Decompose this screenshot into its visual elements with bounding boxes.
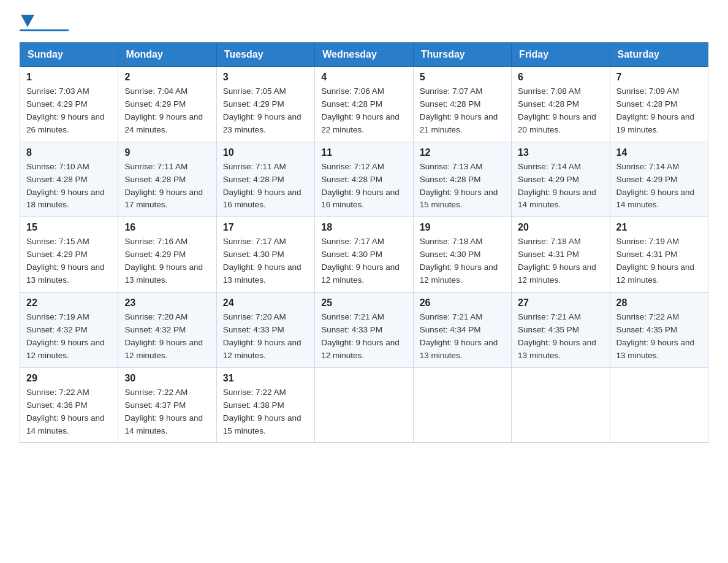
- daylight-label: Daylight: 9 hours and 19 minutes.: [616, 112, 695, 134]
- sunrise-label: Sunrise: 7:19 AM: [26, 312, 89, 321]
- sunrise-label: Sunrise: 7:22 AM: [223, 388, 286, 397]
- weekday-header-monday: Monday: [118, 43, 216, 67]
- daylight-label: Daylight: 9 hours and 20 minutes.: [518, 112, 596, 134]
- day-number: 18: [321, 222, 406, 233]
- sunset-label: Sunset: 4:29 PM: [124, 99, 186, 109]
- daylight-label: Daylight: 9 hours and 14 minutes.: [26, 413, 105, 435]
- sunrise-label: Sunrise: 7:07 AM: [420, 86, 483, 96]
- sunset-label: Sunset: 4:29 PM: [26, 250, 88, 259]
- sunrise-label: Sunrise: 7:11 AM: [223, 162, 286, 171]
- sunrise-label: Sunrise: 7:20 AM: [124, 312, 188, 321]
- day-info: Sunrise: 7:11 AMSunset: 4:28 PMDaylight:…: [223, 161, 308, 212]
- sunset-label: Sunset: 4:30 PM: [420, 250, 481, 259]
- weekday-header-wednesday: Wednesday: [315, 43, 413, 67]
- daylight-label: Daylight: 9 hours and 12 minutes.: [321, 338, 400, 360]
- sunrise-label: Sunrise: 7:18 AM: [518, 237, 581, 246]
- daylight-label: Daylight: 9 hours and 16 minutes.: [321, 188, 400, 210]
- day-number: 30: [124, 373, 210, 384]
- day-info: Sunrise: 7:14 AMSunset: 4:29 PMDaylight:…: [616, 161, 702, 212]
- calendar-cell: 3Sunrise: 7:05 AMSunset: 4:29 PMDaylight…: [216, 67, 314, 142]
- day-number: 10: [223, 147, 308, 158]
- sunrise-label: Sunrise: 7:03 AM: [26, 86, 89, 96]
- calendar-cell: 30Sunrise: 7:22 AMSunset: 4:37 PMDayligh…: [118, 367, 216, 443]
- daylight-label: Daylight: 9 hours and 12 minutes.: [321, 262, 400, 285]
- daylight-label: Daylight: 9 hours and 13 minutes.: [223, 262, 301, 285]
- sunset-label: Sunset: 4:29 PM: [518, 175, 579, 184]
- daylight-label: Daylight: 9 hours and 14 minutes.: [124, 413, 203, 435]
- daylight-label: Daylight: 9 hours and 13 minutes.: [26, 262, 105, 285]
- day-info: Sunrise: 7:18 AMSunset: 4:30 PMDaylight:…: [420, 236, 505, 287]
- day-info: Sunrise: 7:22 AMSunset: 4:35 PMDaylight:…: [616, 311, 702, 362]
- week-row-2: 8Sunrise: 7:10 AMSunset: 4:28 PMDaylight…: [20, 142, 708, 217]
- logo: [20, 15, 69, 31]
- sunset-label: Sunset: 4:37 PM: [124, 400, 186, 410]
- day-info: Sunrise: 7:21 AMSunset: 4:33 PMDaylight:…: [321, 311, 406, 362]
- day-number: 15: [26, 222, 112, 233]
- daylight-label: Daylight: 9 hours and 14 minutes.: [518, 188, 596, 210]
- day-info: Sunrise: 7:17 AMSunset: 4:30 PMDaylight:…: [321, 236, 406, 287]
- sunset-label: Sunset: 4:35 PM: [616, 325, 678, 334]
- sunrise-label: Sunrise: 7:14 AM: [518, 162, 581, 171]
- day-number: 11: [321, 147, 406, 158]
- sunset-label: Sunset: 4:29 PM: [223, 99, 284, 109]
- sunset-label: Sunset: 4:28 PM: [26, 175, 88, 184]
- day-number: 29: [26, 373, 112, 384]
- day-info: Sunrise: 7:19 AMSunset: 4:32 PMDaylight:…: [26, 311, 112, 362]
- calendar-cell: 15Sunrise: 7:15 AMSunset: 4:29 PMDayligh…: [20, 217, 118, 293]
- sunrise-label: Sunrise: 7:15 AM: [26, 237, 89, 246]
- sunset-label: Sunset: 4:36 PM: [26, 400, 88, 410]
- day-info: Sunrise: 7:20 AMSunset: 4:33 PMDaylight:…: [223, 311, 308, 362]
- day-info: Sunrise: 7:08 AMSunset: 4:28 PMDaylight:…: [518, 85, 603, 137]
- day-info: Sunrise: 7:07 AMSunset: 4:28 PMDaylight:…: [420, 85, 505, 137]
- calendar-cell: 24Sunrise: 7:20 AMSunset: 4:33 PMDayligh…: [216, 293, 314, 368]
- calendar-cell: 1Sunrise: 7:03 AMSunset: 4:29 PMDaylight…: [20, 67, 118, 142]
- daylight-label: Daylight: 9 hours and 16 minutes.: [223, 188, 301, 210]
- sunset-label: Sunset: 4:34 PM: [420, 325, 481, 334]
- weekday-header-sunday: Sunday: [20, 43, 118, 67]
- calendar-cell: 4Sunrise: 7:06 AMSunset: 4:28 PMDaylight…: [315, 67, 413, 142]
- calendar-cell: 2Sunrise: 7:04 AMSunset: 4:29 PMDaylight…: [118, 67, 216, 142]
- daylight-label: Daylight: 9 hours and 13 minutes.: [518, 338, 596, 360]
- sunrise-label: Sunrise: 7:13 AM: [420, 162, 483, 171]
- sunrise-label: Sunrise: 7:21 AM: [518, 312, 581, 321]
- day-info: Sunrise: 7:05 AMSunset: 4:29 PMDaylight:…: [223, 85, 308, 137]
- day-info: Sunrise: 7:22 AMSunset: 4:38 PMDaylight:…: [223, 386, 308, 438]
- day-number: 3: [223, 72, 308, 83]
- day-info: Sunrise: 7:16 AMSunset: 4:29 PMDaylight:…: [124, 236, 210, 287]
- day-number: 1: [26, 72, 112, 83]
- day-info: Sunrise: 7:20 AMSunset: 4:32 PMDaylight:…: [124, 311, 210, 362]
- logo-triangle-icon: [21, 15, 34, 27]
- calendar-cell: 26Sunrise: 7:21 AMSunset: 4:34 PMDayligh…: [413, 293, 511, 368]
- daylight-label: Daylight: 9 hours and 12 minutes.: [616, 262, 695, 285]
- weekday-header-saturday: Saturday: [610, 43, 708, 67]
- calendar-cell: 6Sunrise: 7:08 AMSunset: 4:28 PMDaylight…: [512, 67, 610, 142]
- day-number: 25: [321, 297, 406, 308]
- sunset-label: Sunset: 4:33 PM: [321, 325, 382, 334]
- day-number: 27: [518, 297, 603, 308]
- day-info: Sunrise: 7:09 AMSunset: 4:28 PMDaylight:…: [616, 85, 702, 137]
- day-info: Sunrise: 7:12 AMSunset: 4:28 PMDaylight:…: [321, 161, 406, 212]
- sunrise-label: Sunrise: 7:22 AM: [616, 312, 680, 321]
- calendar-cell: 5Sunrise: 7:07 AMSunset: 4:28 PMDaylight…: [413, 67, 511, 142]
- daylight-label: Daylight: 9 hours and 17 minutes.: [124, 188, 203, 210]
- daylight-label: Daylight: 9 hours and 26 minutes.: [26, 112, 105, 134]
- day-number: 31: [223, 373, 308, 384]
- day-info: Sunrise: 7:10 AMSunset: 4:28 PMDaylight:…: [26, 161, 112, 212]
- sunrise-label: Sunrise: 7:10 AM: [26, 162, 89, 171]
- day-number: 7: [616, 72, 702, 83]
- calendar-cell: 8Sunrise: 7:10 AMSunset: 4:28 PMDaylight…: [20, 142, 118, 217]
- calendar-cell: 21Sunrise: 7:19 AMSunset: 4:31 PMDayligh…: [610, 217, 708, 293]
- calendar-cell: 18Sunrise: 7:17 AMSunset: 4:30 PMDayligh…: [315, 217, 413, 293]
- sunset-label: Sunset: 4:31 PM: [616, 250, 678, 259]
- calendar-cell: 29Sunrise: 7:22 AMSunset: 4:36 PMDayligh…: [20, 367, 118, 443]
- day-number: 16: [124, 222, 210, 233]
- day-number: 8: [26, 147, 112, 158]
- day-number: 23: [124, 297, 210, 308]
- daylight-label: Daylight: 9 hours and 14 minutes.: [616, 188, 695, 210]
- sunrise-label: Sunrise: 7:17 AM: [223, 237, 286, 246]
- sunset-label: Sunset: 4:28 PM: [518, 99, 579, 109]
- day-info: Sunrise: 7:21 AMSunset: 4:34 PMDaylight:…: [420, 311, 505, 362]
- daylight-label: Daylight: 9 hours and 21 minutes.: [420, 112, 498, 134]
- sunset-label: Sunset: 4:30 PM: [223, 250, 284, 259]
- daylight-label: Daylight: 9 hours and 13 minutes.: [420, 338, 498, 360]
